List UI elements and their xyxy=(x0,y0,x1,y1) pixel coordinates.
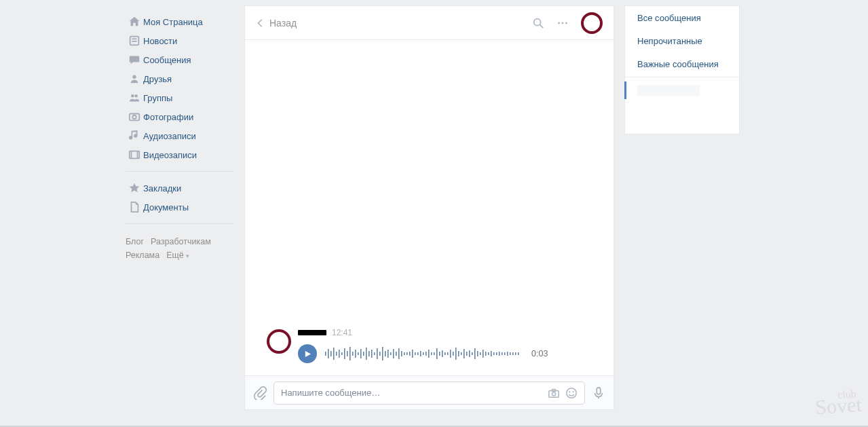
svg-rect-59 xyxy=(442,350,443,357)
svg-point-14 xyxy=(562,22,564,24)
nav-label: Новости xyxy=(143,36,177,46)
svg-rect-36 xyxy=(379,352,381,356)
back-label: Назад xyxy=(269,18,297,29)
svg-rect-32 xyxy=(369,351,370,356)
svg-rect-29 xyxy=(360,349,362,358)
sender-name-redacted[interactable] xyxy=(298,330,326,335)
svg-rect-40 xyxy=(390,352,392,355)
play-button[interactable] xyxy=(298,344,317,363)
svg-rect-30 xyxy=(363,352,364,356)
svg-rect-38 xyxy=(385,351,386,356)
filter-all[interactable]: Все сообщения xyxy=(625,6,739,29)
footer-blog[interactable]: Блог xyxy=(126,237,144,246)
nav-label: Закладки xyxy=(143,183,181,193)
svg-rect-56 xyxy=(434,352,435,355)
footer-links: БлогРазработчикам РекламаЕщё ▾ xyxy=(126,231,234,263)
svg-rect-77 xyxy=(491,351,492,356)
filter-important[interactable]: Важные сообщения xyxy=(625,52,739,75)
svg-rect-62 xyxy=(450,350,451,358)
svg-rect-17 xyxy=(328,349,329,358)
svg-rect-47 xyxy=(409,352,411,356)
svg-rect-23 xyxy=(344,348,345,359)
svg-rect-86 xyxy=(515,352,516,355)
message-input-wrap xyxy=(273,382,585,405)
nav-label: Друзья xyxy=(143,74,172,84)
svg-point-93 xyxy=(573,391,574,392)
footer-more[interactable]: Ещё ▾ xyxy=(166,250,189,260)
svg-rect-45 xyxy=(404,352,405,355)
attach-icon[interactable] xyxy=(253,386,267,400)
dialog-avatar[interactable] xyxy=(581,12,603,34)
more-icon[interactable] xyxy=(556,17,569,29)
svg-rect-72 xyxy=(477,351,478,356)
svg-rect-35 xyxy=(377,348,378,359)
groups-icon xyxy=(126,92,143,104)
svg-point-89 xyxy=(552,392,555,395)
svg-rect-87 xyxy=(518,352,519,355)
nav-bookmarks[interactable]: Закладки xyxy=(126,179,234,198)
waveform[interactable] xyxy=(325,345,522,363)
svg-rect-69 xyxy=(469,350,470,357)
svg-rect-24 xyxy=(347,351,348,356)
back-button[interactable]: Назад xyxy=(256,18,297,29)
svg-rect-51 xyxy=(420,351,421,356)
svg-rect-20 xyxy=(336,352,337,356)
nav-friends[interactable]: Друзья xyxy=(126,69,234,88)
emoji-icon[interactable] xyxy=(565,387,578,399)
svg-point-7 xyxy=(132,115,136,119)
nav-groups[interactable]: Группы xyxy=(126,88,234,107)
svg-rect-41 xyxy=(393,349,394,358)
svg-rect-44 xyxy=(401,351,402,356)
nav-label: Документы xyxy=(143,202,189,212)
feed-icon xyxy=(126,35,143,47)
nav-label: Сообщения xyxy=(143,55,191,65)
nav-video[interactable]: Видеозаписи xyxy=(126,145,234,164)
sender-avatar[interactable] xyxy=(267,329,291,354)
svg-rect-68 xyxy=(466,352,468,356)
nav-audio[interactable]: Аудиозаписи xyxy=(126,126,234,145)
filters-panel: Все сообщения Непрочитанные Важные сообщ… xyxy=(624,5,740,134)
svg-rect-61 xyxy=(447,352,449,355)
search-icon[interactable] xyxy=(532,17,544,29)
audio-icon xyxy=(126,130,143,142)
svg-rect-75 xyxy=(485,352,487,356)
svg-rect-60 xyxy=(445,352,446,355)
nav-my-page[interactable]: Моя Страница xyxy=(126,12,234,31)
nav-separator xyxy=(126,171,234,172)
svg-point-91 xyxy=(567,388,576,397)
svg-rect-46 xyxy=(407,352,408,355)
chat-column: Назад 12:41 xyxy=(244,5,614,410)
nav-news[interactable]: Новости xyxy=(126,31,234,50)
svg-rect-21 xyxy=(339,350,340,358)
composer xyxy=(245,375,614,409)
svg-rect-39 xyxy=(388,350,389,358)
svg-rect-49 xyxy=(415,352,416,355)
home-icon xyxy=(126,16,143,28)
footer-ads[interactable]: Реклама xyxy=(126,250,159,260)
svg-rect-2 xyxy=(132,41,136,42)
nav-documents[interactable]: Документы xyxy=(126,198,234,217)
svg-rect-1 xyxy=(132,38,136,39)
svg-point-92 xyxy=(569,391,570,392)
filter-selected-dialog[interactable] xyxy=(625,79,739,102)
svg-rect-82 xyxy=(504,352,506,355)
chat-header: Назад xyxy=(245,6,614,40)
message-input[interactable] xyxy=(281,388,542,398)
nav-messages[interactable]: Сообщения xyxy=(126,50,234,69)
svg-point-15 xyxy=(565,22,567,24)
watermark: club Sovet xyxy=(814,388,862,420)
nav-photos[interactable]: Фотографии xyxy=(126,107,234,126)
camera-icon[interactable] xyxy=(548,387,560,399)
svg-rect-70 xyxy=(472,352,473,355)
svg-rect-65 xyxy=(458,351,459,356)
filter-unread[interactable]: Непрочитанные xyxy=(625,29,739,52)
footer-developers[interactable]: Разработчикам xyxy=(151,237,211,246)
svg-rect-84 xyxy=(510,352,511,355)
mic-icon[interactable] xyxy=(592,386,605,400)
chat-body: 12:41 0:03 xyxy=(245,40,614,375)
svg-rect-34 xyxy=(374,352,375,355)
friends-icon xyxy=(126,73,143,85)
svg-rect-76 xyxy=(488,352,489,355)
svg-rect-81 xyxy=(502,352,503,355)
svg-rect-94 xyxy=(597,387,600,394)
